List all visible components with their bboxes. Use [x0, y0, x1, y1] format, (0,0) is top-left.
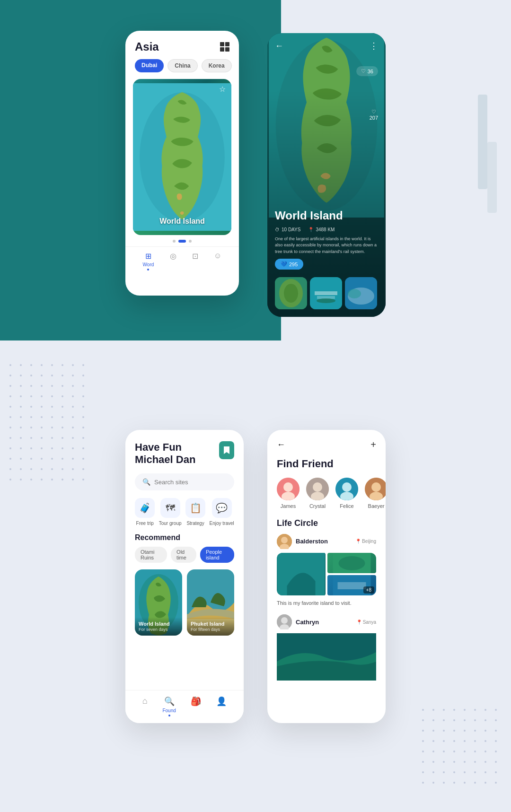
cat-free-trip[interactable]: 🧳 Free trip: [135, 498, 155, 526]
place-cards-row: World Island For seven days: [135, 569, 234, 636]
place-card-phuket[interactable]: Phuket Island For fifteen days: [187, 569, 234, 636]
deco-rect1: [478, 95, 487, 189]
grid-icon[interactable]: [220, 42, 229, 52]
search-input[interactable]: [154, 479, 227, 486]
svg-point-31: [281, 537, 288, 543]
svg-point-10: [317, 298, 335, 303]
friend-name-crystal: Crystal: [309, 503, 326, 509]
dot-1: [173, 240, 176, 243]
card-find-friend: ← + Find Friend James Crystal: [267, 430, 386, 723]
tag-korea[interactable]: Korea: [202, 59, 232, 72]
friends-row: James Crystal Felice: [277, 478, 376, 509]
category-row: 🧳 Free trip 🗺 Tour group 📋 Strategy 💬 En…: [125, 498, 244, 533]
heart-count-36: 36: [368, 69, 373, 74]
filter-otami[interactable]: Otami Ruins: [135, 547, 167, 563]
nav3-home[interactable]: ⌂: [142, 696, 148, 716]
like-count: 295: [289, 262, 298, 267]
nav-active-dot: [147, 269, 149, 271]
nav3-found[interactable]: 🔍 Found: [162, 696, 176, 716]
heart-badge-207: ♡ 207: [370, 109, 378, 121]
nav3-bag[interactable]: 🎒: [191, 696, 201, 716]
deco-rect2: [487, 142, 497, 213]
tag-china[interactable]: China: [167, 59, 197, 72]
nav3-profile[interactable]: 👤: [216, 696, 227, 716]
post-user-cathryn: Cathryn: [277, 614, 319, 629]
place-card-world[interactable]: World Island For seven days: [135, 569, 182, 636]
avatar-crystal: [306, 478, 329, 500]
heart-icon-badge: 💙: [281, 261, 287, 267]
more-menu-button[interactable]: ⋮: [370, 41, 378, 51]
svg-point-36: [339, 556, 365, 570]
nav3-found-icon: 🔍: [164, 696, 175, 707]
post-username-cathryn: Cathryn: [296, 619, 319, 626]
nav-profile[interactable]: ☺: [214, 252, 221, 271]
card4-title: Find Friend: [277, 458, 376, 470]
cat-icon-tour-group: 🗺: [160, 498, 180, 518]
location-icon-balderston: 📍: [355, 539, 361, 544]
thumb-3[interactable]: [345, 277, 377, 309]
avatar-balderston: [277, 534, 292, 549]
nav3-found-dot: [168, 715, 170, 716]
svg-point-28: [371, 482, 381, 492]
life-post-balderston: Balderston 📍 Beijing: [277, 534, 376, 607]
thumbnail-row: [267, 277, 386, 317]
card2-text-area: World Island ⏱ 10 DAYS 📍 3488 KM One of …: [267, 210, 386, 277]
card4-add-button[interactable]: +: [370, 439, 376, 450]
nav-bag[interactable]: ⊡: [192, 252, 198, 271]
filter-people-island[interactable]: People island: [200, 547, 234, 563]
thumb-1[interactable]: [275, 277, 307, 309]
top-section: Asia Dubai China Korea: [0, 0, 511, 341]
card3-header: Have Fun Michael Dan: [125, 430, 244, 474]
nav3-home-icon: ⌂: [142, 696, 148, 706]
post-img-main-balderston: [277, 553, 326, 595]
star-icon[interactable]: ☆: [219, 85, 226, 94]
card-have-fun: Have Fun Michael Dan 🔍 🧳 Free trip 🗺 Tou…: [125, 430, 244, 723]
friend-baeyer[interactable]: Baeyer: [365, 478, 386, 509]
post-location-cathryn: 📍 Sanya: [356, 620, 376, 625]
tag-filter-row: Otami Ruins Old time People island: [135, 547, 234, 563]
post-username-balderston: Balderston: [296, 538, 328, 545]
card4-back-button[interactable]: ←: [277, 440, 285, 450]
like-count-badge: 💙 295: [275, 259, 303, 270]
post-location-balderston: 📍 Beijing: [355, 539, 376, 544]
heart-badge-36: ♡ 36: [356, 66, 378, 76]
card1-header: Asia: [125, 31, 239, 59]
card1-nav: ⊞ Word ◎ ⊡ ☺: [125, 246, 239, 277]
back-button[interactable]: ←: [275, 41, 283, 51]
post-desc-balderston: This is my favorite island to visit.: [277, 599, 376, 607]
filter-oldtime[interactable]: Old time: [171, 547, 196, 563]
nav-word[interactable]: ⊞ Word: [143, 252, 154, 271]
place-card-phuket-label: Phuket Island For fifteen days: [187, 617, 234, 636]
cat-enjoy-travel[interactable]: 💬 Enjoy travel: [210, 498, 234, 526]
thumb-2[interactable]: [310, 277, 342, 309]
svg-point-25: [342, 482, 352, 492]
search-icon: 🔍: [142, 478, 150, 486]
card3-nav: ⌂ 🔍 Found 🎒 👤: [125, 690, 244, 723]
search-bar[interactable]: 🔍: [135, 473, 234, 490]
cat-icon-strategy: 📋: [185, 498, 205, 518]
post-user-row-cathryn: Cathryn 📍 Sanya: [277, 614, 376, 629]
friend-james[interactable]: James: [277, 478, 300, 509]
svg-point-6: [284, 284, 298, 303]
dot-pattern-right: const dpRight = document.querySelector('…: [422, 709, 502, 788]
place-card-world-label: World Island For seven days: [135, 617, 182, 636]
friend-crystal[interactable]: Crystal: [306, 478, 329, 509]
stat-days: ⏱ 10 DAYS: [275, 227, 300, 232]
profile-icon: ☺: [214, 252, 221, 260]
dot-2-active: [178, 240, 186, 243]
friend-name-james: James: [281, 503, 296, 509]
svg-point-19: [283, 482, 293, 492]
card-asia: Asia Dubai China Korea: [125, 31, 239, 296]
tag-dubai[interactable]: Dubai: [135, 59, 164, 72]
bottom-section: const dpLeft = document.querySelector('.…: [0, 341, 511, 812]
friend-felice[interactable]: Felice: [335, 478, 358, 509]
nav-compass[interactable]: ◎: [170, 252, 176, 271]
avatar-cathryn: [277, 614, 292, 629]
card1-title: Asia: [135, 40, 159, 53]
bag-icon: ⊡: [192, 252, 198, 261]
cat-tour-group[interactable]: 🗺 Tour group: [159, 498, 182, 526]
more-badge: +8: [363, 586, 374, 594]
island-description: One of the largest artificial islands in…: [275, 236, 378, 255]
life-post-cathryn: Cathryn 📍 Sanya: [277, 614, 376, 681]
cat-strategy[interactable]: 📋 Strategy: [185, 498, 205, 526]
